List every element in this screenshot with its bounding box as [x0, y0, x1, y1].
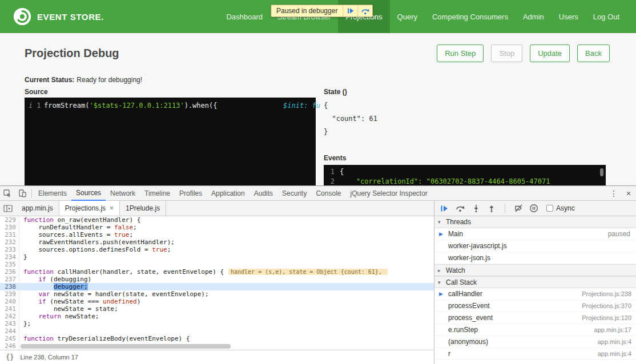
callstack-section-header[interactable]: ▾ Call Stack: [434, 276, 636, 288]
line-number[interactable]: 240: [0, 298, 19, 305]
line-number[interactable]: 245: [0, 335, 19, 342]
line-number[interactable]: 233: [0, 246, 19, 253]
code-line-241[interactable]: 241 newState = state;: [0, 305, 434, 313]
resume-script-banner-button[interactable]: [343, 5, 357, 17]
devtools-tab-jquery-selector-inspector[interactable]: jQuery Selector Inspector: [345, 186, 432, 201]
code-line-230[interactable]: 230 runDefaultHandler = false;: [0, 224, 434, 231]
stack-frame-r[interactable]: rapp.min.js:4: [434, 348, 636, 360]
stack-frame-process-event[interactable]: process_eventProjections.js:120: [434, 312, 636, 324]
devtools-tab-sources[interactable]: Sources: [71, 186, 106, 201]
stack-frame-callhandler[interactable]: ▶callHandlerProjections.js:238: [434, 288, 636, 300]
events-heading: Events: [324, 154, 346, 162]
code-text: rawEventHandlers.push(eventHandler);: [19, 238, 175, 246]
line-number[interactable]: 232: [0, 238, 19, 246]
run-step-button[interactable]: Run Step: [437, 45, 484, 62]
inspect-element-button[interactable]: [0, 186, 15, 201]
devtools-tab-elements[interactable]: Elements: [34, 186, 71, 201]
code-line-233[interactable]: 233 sources.options.definesFold = true;: [0, 246, 434, 253]
line-number[interactable]: 234: [0, 253, 19, 261]
devtools-tab-network[interactable]: Network: [106, 186, 140, 201]
devtools-code-editor[interactable]: 229function on_raw(eventHandler) {230 ru…: [0, 216, 434, 350]
thread-worker-json-js[interactable]: worker-json.js: [434, 252, 636, 264]
toggle-device-toolbar-button[interactable]: [15, 186, 30, 201]
stop-button[interactable]: Stop: [491, 45, 522, 62]
step-into-button[interactable]: [472, 204, 480, 212]
devtools-tab-profiles[interactable]: Profiles: [175, 186, 207, 201]
async-toggle[interactable]: Async: [546, 204, 575, 212]
code-line-240[interactable]: 240 if (newState === undefined): [0, 298, 434, 305]
code-line-237[interactable]: 237 if (debugging): [0, 276, 434, 283]
code-line-239[interactable]: 239 var newState = handler(state, eventE…: [0, 290, 434, 298]
back-button[interactable]: Back: [577, 45, 610, 62]
nav-item-log-out[interactable]: Log Out: [586, 0, 627, 33]
devtools-tab-security[interactable]: Security: [277, 186, 311, 201]
code-line-244[interactable]: 244: [0, 327, 434, 335]
line-number[interactable]: 229: [0, 216, 19, 224]
code-line-231[interactable]: 231 sources.allEvents = true;: [0, 231, 434, 238]
screen: { "colors": { "navbar_green": "#49a442",…: [0, 0, 636, 364]
devtools-tab-application[interactable]: Application: [207, 186, 249, 201]
stack-frame-e-runstep[interactable]: e.runStepapp.min.js:17: [434, 324, 636, 336]
source-editor[interactable]: i1 fromStream('$stats-127.0.0.1:2113').w…: [25, 98, 316, 185]
devtools-close-button[interactable]: ×: [621, 186, 636, 201]
code-line-234[interactable]: 234}: [0, 253, 434, 261]
line-number[interactable]: 235: [0, 261, 19, 268]
watch-section-header[interactable]: ▸ Watch: [434, 264, 636, 276]
line-number[interactable]: 239: [0, 290, 19, 298]
state-heading: State (): [324, 88, 347, 96]
pause-on-exceptions-button[interactable]: [530, 204, 538, 212]
events-scrollbar[interactable]: [600, 168, 603, 176]
resume-script-button[interactable]: [440, 205, 448, 212]
nav-item-competing-consumers[interactable]: Competing Consumers: [425, 0, 516, 33]
nav-item-dashboard[interactable]: Dashboard: [219, 0, 270, 33]
file-tab-1prelude-js[interactable]: 1Prelude.js: [120, 201, 166, 216]
nav-item-query[interactable]: Query: [390, 0, 425, 33]
stack-frame-processevent[interactable]: processEventProjections.js:370: [434, 300, 636, 312]
line-number[interactable]: 236: [0, 268, 19, 276]
line-number[interactable]: 244: [0, 327, 19, 335]
code-line-232[interactable]: 232 rawEventHandlers.push(eventHandler);: [0, 238, 434, 246]
code-line-242[interactable]: 242 return newState;: [0, 313, 434, 320]
devtools-tab-audits[interactable]: Audits: [249, 186, 277, 201]
threads-section-header[interactable]: ▾ Threads: [434, 216, 636, 228]
async-checkbox[interactable]: [546, 205, 553, 212]
step-over-banner-button[interactable]: [357, 5, 372, 17]
line-number[interactable]: 242: [0, 313, 19, 320]
file-tab-projections-js[interactable]: Projections.js×: [59, 201, 120, 216]
update-button[interactable]: Update: [530, 45, 570, 62]
nav-item-users[interactable]: Users: [552, 0, 586, 33]
code-text: sources.allEvents = true;: [19, 231, 133, 238]
show-navigator-button[interactable]: [0, 201, 16, 216]
step-over-button[interactable]: [456, 204, 465, 212]
line-number[interactable]: 243: [0, 320, 19, 327]
thread-worker-javascript-js[interactable]: worker-javascript.js: [434, 240, 636, 252]
code-line-238[interactable]: 238 debugger;: [0, 283, 434, 290]
code-line-236[interactable]: 236function callHandler(handler, state, …: [0, 268, 434, 276]
line-number: 1: [324, 167, 340, 177]
code-line-245[interactable]: 245function tryDeserializeBody(eventEnve…: [0, 335, 434, 342]
code-line-229[interactable]: 229function on_raw(eventHandler) {: [0, 216, 434, 224]
code-line-235[interactable]: 235: [0, 261, 434, 268]
line-number[interactable]: 230: [0, 224, 19, 231]
stack-frame-anonymous[interactable]: (anonymous)app.min.js:4: [434, 336, 636, 348]
nav-item-admin[interactable]: Admin: [516, 0, 552, 33]
devtools-tab-timeline[interactable]: Timeline: [140, 186, 175, 201]
line-number[interactable]: 238: [0, 283, 19, 290]
devtools-menu-button[interactable]: ⋮: [606, 186, 621, 201]
thread-main[interactable]: ▶Mainpaused: [434, 228, 636, 240]
line-number[interactable]: 246: [0, 342, 19, 350]
events-editor[interactable]: 1{2 "correlationId": "06302702-8837-4464…: [324, 165, 606, 185]
line-number[interactable]: 241: [0, 305, 19, 313]
deactivate-breakpoints-button[interactable]: [514, 204, 522, 212]
step-out-button[interactable]: [488, 204, 496, 212]
pretty-print-button[interactable]: {}: [6, 353, 14, 361]
file-tab-app-min-js[interactable]: app.min.js: [16, 201, 59, 216]
devtools-tab-console[interactable]: Console: [311, 186, 345, 201]
horizontal-scrollbar[interactable]: [21, 344, 231, 349]
code-line-243[interactable]: 243};: [0, 320, 434, 327]
state-json-line: }: [324, 126, 377, 139]
line-number[interactable]: 237: [0, 276, 19, 283]
close-tab-icon[interactable]: ×: [110, 204, 114, 212]
brand-logo[interactable]: EVENT STORE.: [13, 7, 104, 26]
line-number[interactable]: 231: [0, 231, 19, 238]
